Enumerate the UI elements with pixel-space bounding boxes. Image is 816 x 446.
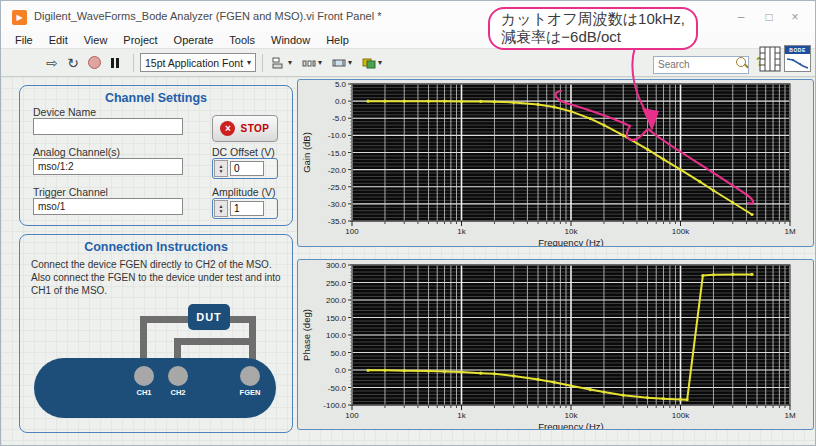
close-button[interactable]: ×	[783, 8, 807, 26]
align-objects-button[interactable]: ▾	[269, 53, 295, 73]
svg-text:-30.0: -30.0	[328, 200, 347, 209]
connection-instructions-text: Connect the device FGEN directly to CH2 …	[31, 258, 283, 297]
svg-text:10k: 10k	[565, 227, 579, 236]
channel-settings-panel: Channel Settings Device Name × STOP Anal…	[19, 85, 293, 226]
search-input[interactable]	[653, 56, 749, 74]
svg-text:100k: 100k	[672, 411, 690, 420]
device-name-field[interactable]	[33, 118, 183, 135]
phase-bode-plot[interactable]: 300.0250.0200.0150.0100.050.00.0-50.0-10…	[298, 260, 813, 429]
menu-window[interactable]: Window	[263, 34, 318, 46]
annotation-text-line1: カットオフ周波数は10kHz,	[501, 10, 685, 28]
menu-project[interactable]: Project	[115, 34, 165, 46]
svg-text:1M: 1M	[784, 411, 795, 420]
chevron-down-icon: ▾	[247, 58, 251, 67]
svg-text:1k: 1k	[457, 227, 466, 236]
svg-text:-20.0: -20.0	[328, 166, 347, 175]
labview-app-icon: ▶	[12, 10, 27, 25]
svg-text:Frequency (Hz): Frequency (Hz)	[538, 237, 603, 246]
svg-text:-25.0: -25.0	[328, 183, 347, 192]
analog-channels-field[interactable]	[33, 158, 183, 175]
stop-button-label: STOP	[240, 123, 269, 134]
menu-file[interactable]: File	[7, 34, 41, 46]
pause-icon[interactable]	[106, 53, 124, 73]
abort-dot	[88, 56, 101, 69]
svg-text:100: 100	[345, 227, 359, 236]
chevron-down-icon: ▾	[348, 58, 352, 67]
svg-text:100k: 100k	[672, 227, 690, 236]
ch2-label: CH2	[163, 388, 193, 397]
minimize-button[interactable]: –	[729, 8, 753, 26]
svg-text:-15.0: -15.0	[328, 149, 347, 158]
menu-tools[interactable]: Tools	[221, 34, 263, 46]
trigger-channel-label: Trigger Channel	[33, 186, 108, 198]
svg-text:250.0: 250.0	[326, 279, 347, 288]
dc-offset-label: DC Offset (V)	[212, 146, 275, 158]
dc-offset-value[interactable]	[230, 161, 264, 176]
svg-text:1k: 1k	[457, 411, 466, 420]
svg-text:Gain (dB): Gain (dB)	[301, 132, 312, 173]
svg-text:100: 100	[345, 411, 359, 420]
gain-bode-plot[interactable]: 5.00.0-5.0-10.0-15.0-20.0-25.0-30.0-35.0…	[298, 80, 813, 246]
reorder-objects-icon	[362, 57, 376, 69]
svg-text:10k: 10k	[565, 411, 579, 420]
align-objects-icon	[272, 57, 286, 69]
dut-box: DUT	[188, 304, 230, 330]
svg-text:-35.0: -35.0	[328, 217, 347, 226]
svg-text:5.0: 5.0	[335, 80, 347, 89]
svg-text:300.0: 300.0	[326, 261, 347, 270]
svg-text:200.0: 200.0	[326, 296, 347, 305]
menu-edit[interactable]: Edit	[41, 34, 76, 46]
amplitude-value[interactable]	[230, 201, 264, 216]
connector-pane-icon[interactable]	[759, 46, 781, 72]
ch1-label: CH1	[129, 388, 159, 397]
spinner-arrows-icon[interactable]: ▲▼	[214, 200, 228, 217]
svg-text:Frequency (Hz): Frequency (Hz)	[538, 421, 603, 429]
fgen-label: FGEN	[235, 388, 265, 397]
svg-text:-10.0: -10.0	[328, 131, 347, 140]
search-box	[653, 54, 749, 72]
connection-instructions-title: Connection Instructions	[20, 240, 292, 254]
menu-help[interactable]: Help	[318, 34, 357, 46]
spinner-arrows-icon[interactable]: ▲▼	[214, 160, 228, 177]
vi-icon-bode-sketch	[785, 54, 810, 71]
font-selector-dropdown[interactable]: 15pt Application Font ▾	[140, 53, 256, 72]
annotation-text-line2: 減衰率は−6dB/oct	[501, 28, 685, 46]
resize-objects-button[interactable]: ▾	[329, 53, 355, 73]
resize-objects-icon	[332, 57, 346, 69]
trigger-channel-field[interactable]	[33, 198, 183, 215]
search-icon	[736, 57, 746, 67]
distribute-objects-button[interactable]: ▾	[299, 53, 325, 73]
chevron-down-icon: ▾	[288, 58, 292, 67]
menu-view[interactable]: View	[76, 34, 116, 46]
maximize-button[interactable]: □	[757, 8, 781, 26]
svg-text:0.0: 0.0	[335, 366, 347, 375]
labview-front-panel-window: ▶ Digilent_WaveForms_Bode Analyzer (FGEN…	[0, 0, 816, 446]
font-selector-label: 15pt Application Font	[145, 57, 243, 69]
reorder-objects-button[interactable]: ▾	[359, 53, 385, 73]
abort-execution-icon[interactable]	[85, 53, 103, 73]
vi-icon-label: BODE	[785, 46, 810, 54]
run-continuously-icon[interactable]: ↻	[64, 53, 82, 73]
wire-dut-to-ch1	[140, 316, 192, 323]
svg-text:150.0: 150.0	[326, 314, 347, 323]
svg-text:-100.0: -100.0	[323, 401, 346, 410]
chevron-down-icon: ▾	[318, 58, 322, 67]
window-title: Digilent_WaveForms_Bode Analyzer (FGEN a…	[34, 10, 381, 22]
annotation-callout: カットオフ周波数は10kHz, 減衰率は−6dB/oct	[488, 7, 698, 50]
run-icon[interactable]: ⇨	[43, 53, 61, 73]
menu-operate[interactable]: Operate	[166, 34, 222, 46]
vi-icon[interactable]: BODE	[784, 45, 811, 72]
svg-text:Phase (deg): Phase (deg)	[301, 309, 312, 361]
toolbar-separator	[133, 54, 134, 72]
chevron-down-icon: ▾	[378, 58, 382, 67]
pause-bars	[111, 58, 119, 68]
wire-ch2-to-fgen	[174, 338, 256, 345]
amplitude-control: ▲▼	[212, 198, 278, 219]
svg-text:1M: 1M	[784, 227, 795, 236]
toolbar-separator	[262, 54, 263, 72]
dc-offset-control: ▲▼	[212, 158, 278, 179]
svg-text:-5.0: -5.0	[332, 114, 346, 123]
ch1-terminal	[134, 366, 154, 386]
fgen-terminal	[240, 366, 260, 386]
stop-button[interactable]: × STOP	[212, 115, 278, 142]
